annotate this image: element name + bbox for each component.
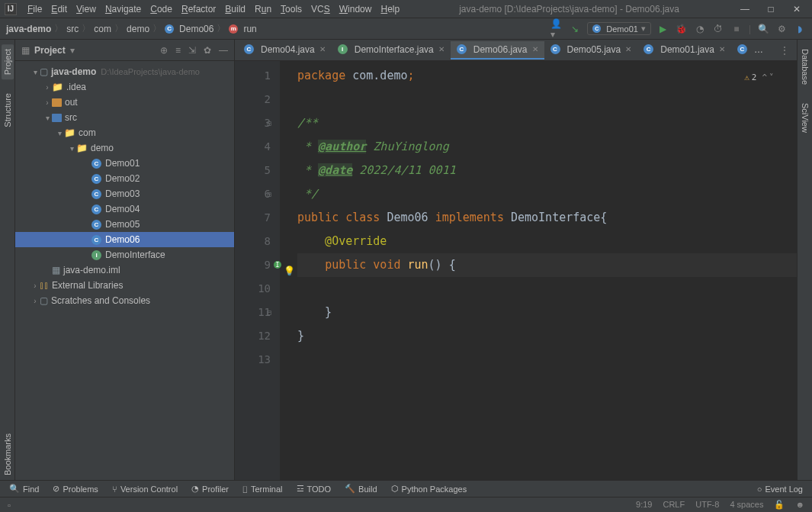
status-eol[interactable]: CRLF bbox=[663, 500, 685, 510]
status-position[interactable]: 9:19 bbox=[636, 500, 652, 510]
close-button[interactable]: ✕ bbox=[786, 2, 807, 16]
tab-demo05[interactable]: CDemo05.java✕ bbox=[544, 41, 638, 60]
tree-file-demo03[interactable]: CDemo03 bbox=[15, 186, 234, 201]
tab-overflow[interactable]: C… bbox=[731, 41, 769, 60]
code-area[interactable]: ⚠2^˅ package com.demo; ⊟/** * @author Zh… bbox=[281, 61, 797, 480]
tree-file-demo04[interactable]: CDemo04 bbox=[15, 201, 234, 217]
fold-icon[interactable]: ⊟ bbox=[267, 111, 271, 135]
plugin-icon[interactable]: ◗ bbox=[794, 23, 806, 35]
tool-todo[interactable]: ☲TODO bbox=[297, 484, 332, 494]
fold-icon[interactable]: ⊟ bbox=[267, 182, 271, 206]
menu-help[interactable]: Help bbox=[376, 4, 404, 14]
crumb-method[interactable]: run bbox=[243, 24, 256, 34]
bottom-toolbar: 🔍Find ⊘Problems ⑂Version Control ◔Profil… bbox=[0, 480, 812, 497]
close-icon[interactable]: ✕ bbox=[319, 45, 326, 53]
tab-database[interactable]: Database bbox=[799, 44, 811, 89]
stop-button[interactable]: ■ bbox=[730, 23, 743, 35]
build-icon[interactable]: ↘ bbox=[569, 23, 581, 35]
select-opened-icon[interactable]: ⊕ bbox=[160, 45, 168, 56]
tree-file-demo05[interactable]: CDemo05 bbox=[15, 217, 234, 232]
debug-button[interactable]: 🐞 bbox=[676, 23, 688, 35]
tree-file-demo06[interactable]: CDemo06 bbox=[15, 232, 234, 247]
tree-demo[interactable]: ▾📁demo bbox=[15, 140, 234, 156]
tool-find[interactable]: 🔍Find bbox=[9, 484, 39, 494]
breadcrumb[interactable]: java-demo 〉 src 〉 com 〉 demo 〉 C Demo06 … bbox=[6, 22, 257, 35]
tab-demointerface[interactable]: IDemoInterface.java✕ bbox=[332, 41, 451, 60]
tree-external[interactable]: ›⫿⫿External Libraries bbox=[15, 278, 234, 293]
hide-icon[interactable]: — bbox=[219, 45, 228, 56]
tool-profiler[interactable]: ◔Profiler bbox=[191, 484, 229, 494]
tree-iml[interactable]: ▦java-demo.iml bbox=[15, 262, 234, 278]
menu-build[interactable]: Build bbox=[220, 4, 250, 14]
search-icon[interactable]: 🔍 bbox=[757, 23, 769, 35]
inspection-badge[interactable]: ⚠2^˅ bbox=[744, 66, 774, 89]
run-config-selector[interactable]: C Demo01 ▾ bbox=[587, 22, 651, 35]
close-icon[interactable]: ✕ bbox=[532, 45, 538, 53]
crumb-com[interactable]: com bbox=[94, 24, 111, 34]
problems-icon: ⊘ bbox=[53, 484, 59, 494]
tool-build[interactable]: 🔨Build bbox=[345, 484, 377, 494]
tree-root[interactable]: ▾▢java-demoD:\IdeaProjects\java-demo bbox=[15, 64, 234, 79]
settings-icon[interactable]: ✿ bbox=[204, 45, 211, 56]
lock-icon[interactable]: 🔓 bbox=[774, 500, 785, 510]
coverage-button[interactable]: ◔ bbox=[694, 23, 706, 35]
chevron-right-icon: 〉 bbox=[152, 22, 162, 35]
tree-src[interactable]: ▾src bbox=[15, 110, 234, 125]
tool-problems[interactable]: ⊘Problems bbox=[53, 484, 98, 494]
tab-bookmarks[interactable]: Bookmarks bbox=[2, 429, 14, 480]
class-icon: C bbox=[91, 189, 101, 199]
menu-navigate[interactable]: Navigate bbox=[101, 4, 146, 14]
close-icon[interactable]: ✕ bbox=[719, 45, 725, 53]
user-icon[interactable]: 👤▾ bbox=[550, 23, 563, 35]
tree-com[interactable]: ▾📁com bbox=[15, 125, 234, 140]
run-button[interactable]: ▶ bbox=[657, 23, 669, 35]
tool-eventlog[interactable]: ○Event Log bbox=[757, 485, 803, 494]
crumb-class[interactable]: Demo06 bbox=[179, 24, 213, 34]
tool-terminal[interactable]: ⌷Terminal bbox=[242, 485, 283, 494]
tree-file-interface[interactable]: IDemoInterface bbox=[15, 247, 234, 262]
tab-structure[interactable]: Structure bbox=[2, 89, 14, 132]
close-icon[interactable]: ✕ bbox=[625, 45, 631, 53]
tree-file-demo01[interactable]: CDemo01 bbox=[15, 156, 234, 171]
tool-python[interactable]: ⬡Python Packages bbox=[391, 484, 467, 494]
project-tree[interactable]: ▾▢java-demoD:\IdeaProjects\java-demo ›📁.… bbox=[15, 61, 234, 480]
profiler-button[interactable]: ⏱ bbox=[712, 23, 724, 35]
tree-scratches[interactable]: ›▢Scratches and Consoles bbox=[15, 293, 234, 308]
menu-view[interactable]: View bbox=[72, 4, 101, 14]
expand-all-icon[interactable]: ≡ bbox=[175, 45, 181, 56]
tab-project[interactable]: Project bbox=[2, 44, 14, 79]
intention-bulb-icon[interactable]: 💡 bbox=[284, 259, 295, 283]
close-icon[interactable]: ✕ bbox=[438, 45, 445, 53]
tree-file-demo02[interactable]: CDemo02 bbox=[15, 171, 234, 186]
inspection-icon[interactable]: ☻ bbox=[795, 500, 804, 510]
crumb-src[interactable]: src bbox=[66, 24, 79, 34]
menu-file[interactable]: File bbox=[23, 4, 47, 14]
collapse-all-icon[interactable]: ⇲ bbox=[188, 45, 196, 56]
tab-demo06[interactable]: CDemo06.java✕ bbox=[451, 41, 544, 60]
maximize-button[interactable]: □ bbox=[760, 2, 782, 16]
tab-demo04[interactable]: CDemo04.java✕ bbox=[238, 41, 332, 60]
tab-demo01[interactable]: CDemo01.java✕ bbox=[637, 41, 731, 60]
gutter[interactable]: 1 2 3 4 5 6 7 8 9I 10 11 12 13 bbox=[235, 61, 281, 480]
status-indent[interactable]: 4 spaces bbox=[730, 500, 763, 510]
tree-idea[interactable]: ›📁.idea bbox=[15, 79, 234, 95]
minimize-button[interactable]: — bbox=[734, 2, 756, 16]
tool-vcs[interactable]: ⑂Version Control bbox=[112, 485, 178, 494]
tab-sciview[interactable]: SciView bbox=[799, 98, 811, 137]
menu-window[interactable]: Window bbox=[335, 4, 377, 14]
menu-edit[interactable]: Edit bbox=[47, 4, 72, 14]
menu-code[interactable]: Code bbox=[146, 4, 177, 14]
crumb-demo[interactable]: demo bbox=[127, 24, 149, 34]
settings-icon[interactable]: ⚙ bbox=[775, 23, 788, 35]
tree-out[interactable]: ›out bbox=[15, 95, 234, 110]
menu-tools[interactable]: Tools bbox=[276, 4, 307, 14]
app-icon: IJ bbox=[5, 3, 17, 15]
fold-icon[interactable]: ⊟ bbox=[267, 301, 271, 324]
crumb-project[interactable]: java-demo bbox=[6, 24, 51, 34]
menu-run[interactable]: Run bbox=[250, 4, 276, 14]
tab-list-icon[interactable]: ⋮ bbox=[772, 45, 797, 56]
menu-refactor[interactable]: Refactor bbox=[177, 4, 220, 14]
status-encoding[interactable]: UTF-8 bbox=[695, 500, 719, 510]
status-indicator-icon[interactable]: ▫ bbox=[8, 501, 11, 510]
menu-vcs[interactable]: VCS bbox=[307, 4, 335, 14]
